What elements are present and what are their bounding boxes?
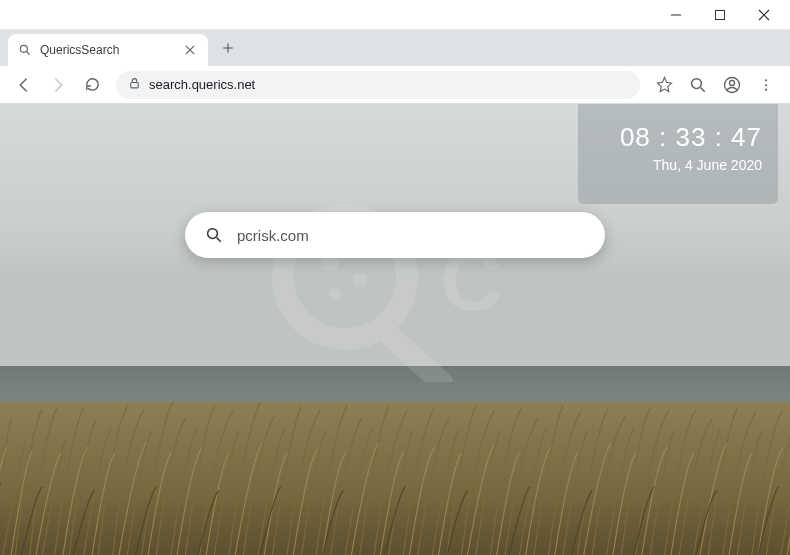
browser-tab[interactable]: QuericsSearch — [8, 34, 208, 66]
reload-button[interactable] — [76, 69, 108, 101]
svg-point-4 — [20, 45, 27, 52]
clock-date: Thu, 4 June 2020 — [594, 157, 762, 173]
address-bar[interactable]: search.querics.net — [116, 71, 640, 99]
tab-title: QuericsSearch — [40, 43, 174, 57]
svg-point-24 — [208, 229, 218, 239]
search-bar[interactable] — [185, 212, 605, 258]
browser-toolbar: search.querics.net — [0, 66, 790, 104]
svg-line-12 — [701, 87, 705, 91]
search-input[interactable] — [237, 227, 585, 244]
svg-point-15 — [765, 79, 767, 81]
forward-button[interactable] — [42, 69, 74, 101]
clock-time: 08 : 33 : 47 — [594, 122, 762, 153]
profile-icon[interactable] — [716, 69, 748, 101]
lock-icon — [128, 76, 141, 94]
svg-rect-1 — [716, 10, 725, 19]
page-viewport: C 08 : 33 : 47 Thu, 4 June 2020 — [0, 104, 790, 555]
menu-icon[interactable] — [750, 69, 782, 101]
window-titlebar — [0, 0, 790, 30]
svg-line-25 — [217, 238, 221, 242]
svg-point-17 — [765, 88, 767, 90]
svg-rect-10 — [131, 82, 139, 87]
star-icon[interactable] — [648, 69, 680, 101]
close-button[interactable] — [742, 1, 786, 29]
search-icon — [18, 43, 32, 57]
url-text: search.querics.net — [149, 77, 255, 92]
svg-point-16 — [765, 83, 767, 85]
new-tab-button[interactable] — [214, 34, 242, 62]
search-icon — [205, 226, 223, 244]
clock-widget: 08 : 33 : 47 Thu, 4 June 2020 — [578, 104, 778, 204]
tab-strip: QuericsSearch — [0, 30, 790, 66]
maximize-button[interactable] — [698, 1, 742, 29]
search-icon[interactable] — [682, 69, 714, 101]
svg-point-14 — [730, 80, 735, 85]
svg-point-11 — [692, 78, 702, 88]
back-button[interactable] — [8, 69, 40, 101]
close-icon[interactable] — [182, 42, 198, 58]
minimize-button[interactable] — [654, 1, 698, 29]
svg-line-5 — [27, 52, 30, 55]
